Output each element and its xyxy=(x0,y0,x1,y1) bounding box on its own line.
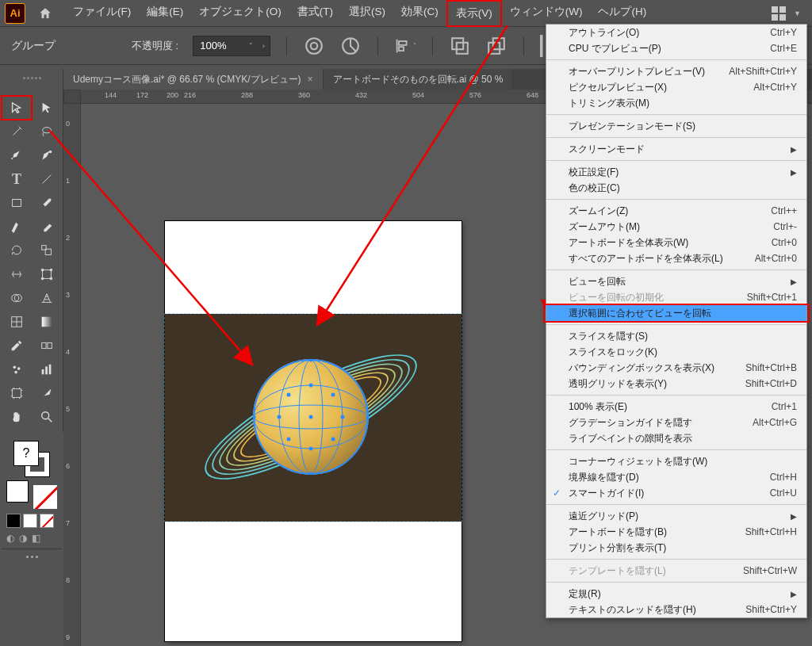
menu-window[interactable]: ウィンドウ(W) xyxy=(502,0,591,27)
menu-item[interactable]: プリント分割を表示(T) xyxy=(546,540,806,556)
artboard-tool[interactable] xyxy=(2,381,32,405)
menu-item[interactable]: グラデーションガイドを隠すAlt+Ctrl+G xyxy=(546,415,806,430)
document-tab[interactable]: アートボードそのものを回転.ai @ 50 % xyxy=(324,69,514,90)
artwork-planet[interactable] xyxy=(253,359,369,475)
menu-item[interactable]: アートボードを全体表示(W)Ctrl+0 xyxy=(546,235,806,250)
swatch-black[interactable] xyxy=(6,514,21,528)
style-icon[interactable] xyxy=(303,35,325,57)
rotate-tool[interactable] xyxy=(2,239,32,262)
shape-mode2-icon[interactable] xyxy=(485,35,508,57)
column-graph-tool[interactable] xyxy=(32,357,62,381)
paintbrush-tool[interactable] xyxy=(32,191,62,215)
menu-item[interactable]: スライスを隠す(S) xyxy=(546,328,806,344)
menu-type[interactable]: 書式(T) xyxy=(289,0,341,27)
menu-item[interactable]: ズームイン(Z)Ctrl++ xyxy=(546,203,806,219)
menu-item[interactable]: ライブペイントの隙間を表示 xyxy=(546,430,806,446)
symbol-sprayer-tool[interactable] xyxy=(2,357,32,381)
fill-swatch[interactable]: ? xyxy=(13,441,39,466)
swatch-none[interactable] xyxy=(40,514,54,528)
align-left-icon[interactable]: ˅ xyxy=(394,35,416,57)
shape-builder-tool[interactable] xyxy=(2,286,32,310)
default-fill-icon[interactable] xyxy=(6,480,29,503)
menu-item[interactable]: 定規(R)▶ xyxy=(546,586,806,602)
scale-tool[interactable] xyxy=(32,239,62,262)
fill-stroke-swatch[interactable]: ? xyxy=(13,441,50,477)
menu-item[interactable]: ズームアウト(M)Ctrl+- xyxy=(546,219,806,235)
menu-item[interactable]: 遠近グリッド(P)▶ xyxy=(546,508,806,524)
selection-tool[interactable] xyxy=(2,96,32,120)
draw-normal-icon[interactable]: ◐ xyxy=(6,533,14,544)
menu-effect[interactable]: 効果(C) xyxy=(393,0,446,27)
menu-item[interactable]: トリミング表示(M) xyxy=(546,95,806,111)
magic-wand-tool[interactable] xyxy=(2,120,32,143)
menu-item[interactable]: オーバープリントプレビュー(V)Alt+Shift+Ctrl+Y xyxy=(546,63,806,79)
menu-item[interactable]: 境界線を隠す(D)Ctrl+H xyxy=(546,469,806,485)
selection-mesh xyxy=(253,359,369,475)
opacity-value[interactable]: 100% xyxy=(193,40,244,52)
slice-tool[interactable] xyxy=(32,381,62,405)
pen-tool[interactable] xyxy=(2,143,32,167)
menu-item[interactable]: ピクセルプレビュー(X)Alt+Ctrl+Y xyxy=(546,79,806,95)
menu-item[interactable]: 100% 表示(E)Ctrl+1 xyxy=(546,399,806,415)
none-swatch-icon[interactable] xyxy=(33,485,57,509)
menu-item[interactable]: プレゼンテーションモード(S) xyxy=(546,118,806,134)
menu-item[interactable]: 校正設定(F)▶ xyxy=(546,164,806,180)
swatch-white[interactable] xyxy=(23,514,37,528)
toolbox-grip[interactable] xyxy=(2,72,62,83)
ruler-origin[interactable] xyxy=(63,90,81,104)
document-tab[interactable]: Udemyコース画像.ai* @ 66.67 % (CMYK/プレビュー) × xyxy=(63,69,324,90)
curvature-tool[interactable] xyxy=(32,143,62,167)
shaper-tool[interactable] xyxy=(2,215,32,239)
menu-object[interactable]: オブジェクト(O) xyxy=(191,0,289,27)
home-button[interactable] xyxy=(36,5,54,22)
type-tool[interactable]: T xyxy=(2,167,32,191)
menu-select[interactable]: 選択(S) xyxy=(341,0,393,27)
artwork-saturn[interactable] xyxy=(208,326,414,508)
menu-item[interactable]: 透明グリッドを表示(Y)Shift+Ctrl+D xyxy=(546,376,806,392)
perspective-grid-tool[interactable] xyxy=(32,286,62,310)
chevron-right-icon[interactable]: › xyxy=(257,42,270,50)
menu-item[interactable]: 選択範囲に合わせてビューを回転 xyxy=(546,305,806,321)
menu-item[interactable]: アートボードを隠す(B)Shift+Ctrl+H xyxy=(546,524,806,540)
vertical-ruler[interactable]: 0 1 2 3 4 5 6 7 8 9 xyxy=(63,104,81,646)
menu-view[interactable]: 表示(V) xyxy=(446,0,502,27)
menu-item[interactable]: スライスをロック(K) xyxy=(546,344,806,360)
eraser-tool[interactable] xyxy=(32,215,62,239)
menu-help[interactable]: ヘルプ(H) xyxy=(590,0,654,27)
lasso-tool[interactable] xyxy=(32,120,62,143)
hand-tool[interactable] xyxy=(2,405,32,429)
gradient-tool[interactable] xyxy=(32,310,62,334)
line-tool[interactable] xyxy=(32,167,62,191)
toolbox-bottom: ? ◐ ◑ ◧ xyxy=(2,438,62,561)
blend-tool[interactable] xyxy=(32,334,62,357)
menu-item[interactable]: テキストのスレッドを隠す(H)Shift+Ctrl+Y xyxy=(546,602,806,617)
chevron-down-icon[interactable]: ▼ xyxy=(794,10,801,17)
menu-item[interactable]: CPU でプレビュー(P)Ctrl+E xyxy=(546,40,806,56)
workspace-switcher-icon[interactable] xyxy=(772,6,786,21)
free-transform-tool[interactable] xyxy=(32,262,62,286)
menu-item[interactable]: ビューを回転▶ xyxy=(546,273,806,289)
draw-inside-icon[interactable]: ◧ xyxy=(32,533,40,544)
menu-item[interactable]: バウンディングボックスを表示(X)Shift+Ctrl+B xyxy=(546,360,806,376)
menu-item[interactable]: スクリーンモード▶ xyxy=(546,141,806,157)
shape-mode1-icon[interactable] xyxy=(449,35,471,57)
toolbox-more[interactable] xyxy=(2,552,62,561)
menu-item[interactable]: 色の校正(C) xyxy=(546,180,806,196)
recolor-icon[interactable] xyxy=(339,35,362,57)
menu-item[interactable]: コーナーウィジェットを隠す(W) xyxy=(546,453,806,469)
eyedropper-tool[interactable] xyxy=(2,334,32,357)
rectangle-tool[interactable] xyxy=(2,191,32,215)
zoom-tool[interactable] xyxy=(32,405,62,429)
direct-selection-tool[interactable] xyxy=(32,96,62,120)
menu-file[interactable]: ファイル(F) xyxy=(65,0,139,27)
chevron-down-icon[interactable]: ˅ xyxy=(244,42,257,50)
menu-edit[interactable]: 編集(E) xyxy=(139,0,191,27)
opacity-field[interactable]: 100% ˅ › xyxy=(193,36,270,56)
draw-behind-icon[interactable]: ◑ xyxy=(19,533,27,544)
mesh-tool[interactable] xyxy=(2,310,32,334)
width-tool[interactable] xyxy=(2,262,32,286)
menu-item[interactable]: すべてのアートボードを全体表示(L)Alt+Ctrl+0 xyxy=(546,250,806,266)
close-icon[interactable]: × xyxy=(308,74,313,85)
menu-item[interactable]: アウトライン(O)Ctrl+Y xyxy=(546,25,806,40)
menu-item[interactable]: ✓スマートガイド(I)Ctrl+U xyxy=(546,485,806,501)
